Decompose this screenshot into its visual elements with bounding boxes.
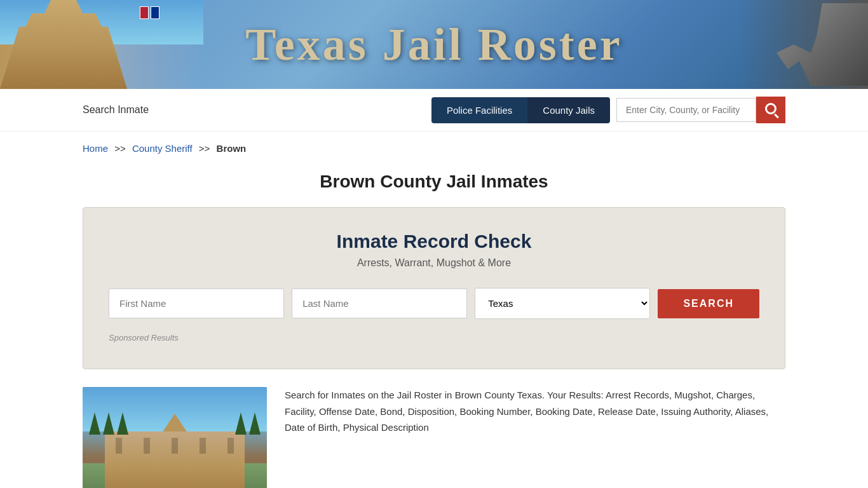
breadcrumb-sep-2: >> (199, 143, 210, 154)
building-image (83, 387, 267, 488)
facility-search-input[interactable] (616, 98, 756, 122)
county-jails-button[interactable]: County Jails (527, 97, 610, 123)
search-icon (765, 103, 776, 114)
bottom-description-text: Search for Inmates on the Jail Roster in… (285, 387, 785, 488)
right-trees (235, 412, 261, 435)
banner-right-decoration (741, 0, 868, 89)
us-flag (140, 6, 149, 19)
facility-search-button[interactable] (756, 97, 785, 123)
page-title: Brown County Jail Inmates (0, 172, 868, 192)
banner-left-decoration (0, 0, 203, 89)
search-form-row: AlabamaAlaskaArizonaArkansasCaliforniaCo… (109, 288, 759, 319)
state-select[interactable]: AlabamaAlaskaArizonaArkansasCaliforniaCo… (475, 288, 650, 319)
record-check-section: Inmate Record Check Arrests, Warrant, Mu… (83, 207, 785, 369)
page-title-section: Brown County Jail Inmates (0, 165, 868, 207)
sponsored-label: Sponsored Results (109, 333, 179, 342)
tree-group (89, 412, 128, 435)
record-check-heading: Inmate Record Check (109, 231, 759, 252)
tree-2 (103, 412, 114, 435)
tree-4 (235, 412, 247, 435)
tree-5 (249, 412, 261, 435)
breadcrumb-sep-1: >> (114, 143, 126, 154)
tree-3 (117, 412, 128, 435)
breadcrumb-current: Brown (217, 143, 247, 154)
breadcrumb: Home >> County Sheriff >> Brown (0, 132, 868, 165)
building-facade (105, 431, 245, 488)
record-check-subtitle: Arrests, Warrant, Mugshot & More (109, 257, 759, 269)
record-search-button[interactable]: SEARCH (658, 289, 759, 318)
site-title: Texas Jail Roster (245, 18, 622, 71)
bottom-section: Search for Inmates on the Jail Roster in… (83, 387, 785, 488)
breadcrumb-home-link[interactable]: Home (83, 143, 108, 154)
tree-1 (89, 412, 100, 435)
nav-buttons: Police Facilities County Jails (431, 97, 785, 123)
police-facilities-button[interactable]: Police Facilities (431, 97, 527, 123)
tx-flag (151, 6, 159, 19)
search-inmate-label: Search Inmate (83, 104, 431, 116)
navbar: Search Inmate Police Facilities County J… (0, 89, 868, 132)
hand-keys-image (754, 3, 868, 86)
first-name-input[interactable] (109, 288, 284, 318)
header-banner: Texas Jail Roster (0, 0, 868, 89)
last-name-input[interactable] (292, 288, 467, 318)
breadcrumb-county-sheriff-link[interactable]: County Sheriff (132, 143, 193, 154)
